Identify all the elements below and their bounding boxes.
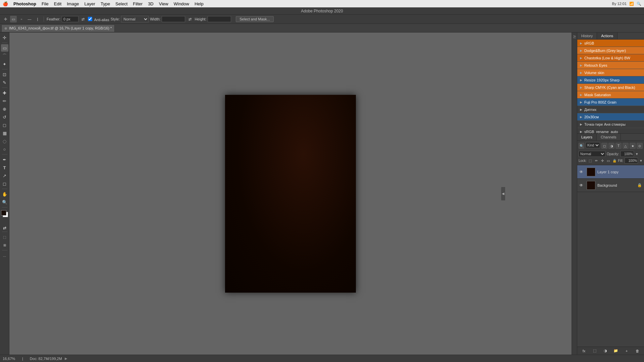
extras-icon[interactable]: …	[1, 252, 8, 259]
text-tool[interactable]: T	[1, 164, 8, 171]
healing-brush-tool[interactable]: ✚	[1, 89, 8, 97]
opacity-input[interactable]	[621, 151, 634, 157]
layer-fx-icon[interactable]: fx	[581, 348, 587, 354]
tab-close-icon[interactable]: ⊗	[4, 26, 7, 30]
feather-swap-icon[interactable]: ⇄	[80, 16, 87, 22]
lock-transparent-icon[interactable]: ⬚	[588, 158, 593, 163]
action-item-3[interactable]: ▶Retouch Eyes	[577, 62, 644, 69]
layer-row-0[interactable]: 👁Layer 1 copy	[577, 165, 644, 179]
fill-input[interactable]	[625, 158, 638, 164]
filter-adjustment-icon[interactable]: ◑	[608, 143, 614, 149]
layer-row-1[interactable]: 👁Background🔒	[577, 179, 644, 192]
menu-view[interactable]: View	[159, 1, 168, 6]
new-group-icon[interactable]: 📁	[612, 348, 619, 354]
zoom-tool[interactable]: 🔍	[1, 198, 8, 206]
action-item-9[interactable]: ▶Диптих	[577, 106, 644, 113]
filter-type-icon[interactable]: T	[615, 143, 622, 149]
action-item-12[interactable]: ▶sRGB_rename_auto	[577, 128, 644, 133]
menu-filter[interactable]: Filter	[133, 1, 143, 6]
history-tab[interactable]: History	[577, 33, 597, 39]
search-icon[interactable]: 🔍	[637, 2, 641, 6]
dodge-tool[interactable]: ○	[1, 145, 8, 153]
filter-pixel-icon[interactable]: ◻	[601, 143, 607, 149]
layer-visibility-0[interactable]: 👁	[579, 170, 585, 174]
lock-all-icon[interactable]: 🔒	[612, 158, 617, 163]
clone-stamp-tool[interactable]: ⊕	[1, 105, 8, 113]
foreground-color[interactable]	[1, 210, 6, 216]
feather-input[interactable]	[62, 16, 78, 22]
lock-position-icon[interactable]: ✢	[600, 158, 605, 163]
select-and-mask-button[interactable]: Select and Mask...	[236, 16, 274, 22]
action-item-6[interactable]: ▶Sharp CMYK (Cyan and Black)	[577, 84, 644, 91]
anti-alias-checkbox[interactable]	[88, 17, 92, 21]
menu-edit[interactable]: Edit	[54, 1, 61, 6]
action-item-7[interactable]: ▶Mask Saturation	[577, 91, 644, 99]
action-item-0[interactable]: ▶sRGB	[577, 40, 644, 47]
square-marquee-icon[interactable]: ▫	[18, 16, 25, 22]
crop-tool[interactable]: ⊡	[1, 71, 8, 78]
style-select[interactable]: Normal Fixed Ratio Fixed Size	[121, 16, 149, 22]
height-input[interactable]	[208, 16, 231, 22]
menu-help[interactable]: Help	[195, 1, 204, 6]
actions-tab[interactable]: Actions	[597, 33, 618, 39]
panel-collapse-button[interactable]: ◀	[501, 187, 505, 200]
eraser-tool[interactable]: ◻	[1, 121, 8, 129]
action-item-11[interactable]: ▶Точка-тире Аня стикеры	[577, 121, 644, 128]
blur-tool[interactable]: ◌	[1, 137, 8, 145]
delete-layer-icon[interactable]: 🗑	[634, 348, 641, 354]
new-fill-adj-icon[interactable]: ◑	[602, 348, 609, 354]
action-item-1[interactable]: ▶Dodge&Burn (Grey layer)	[577, 47, 644, 54]
document-tab[interactable]: ⊗ IMG_6343_плохой_фон.tif @ 16,7% (Layer…	[1, 24, 115, 32]
shape-tool[interactable]: ◻	[1, 180, 8, 187]
move-tool[interactable]: ✢	[1, 34, 8, 41]
menu-layer[interactable]: Layer	[84, 1, 95, 6]
search-layers-icon[interactable]: 🔍	[579, 143, 584, 149]
swap-wh-icon[interactable]: ⇄	[186, 16, 193, 22]
single-col-icon[interactable]: |	[34, 16, 41, 22]
filter-toggle-icon[interactable]: ⊙	[637, 143, 643, 149]
width-input[interactable]	[162, 16, 185, 22]
action-item-4[interactable]: ▶Volume skin	[577, 69, 644, 76]
fill-arrow[interactable]: ▼	[639, 159, 643, 163]
swap-colors-icon[interactable]: ⇄	[3, 226, 6, 230]
menu-window[interactable]: Window	[174, 1, 189, 6]
menu-type[interactable]: Type	[101, 1, 110, 6]
filter-kind-select[interactable]: Kind	[586, 142, 600, 148]
new-layer-icon[interactable]: +	[623, 348, 630, 354]
add-mask-icon[interactable]: ⬚	[591, 348, 598, 354]
layer-visibility-1[interactable]: 👁	[579, 183, 585, 188]
filter-shape-icon[interactable]: △	[623, 143, 629, 149]
blend-mode-select[interactable]: Normal Multiply Screen Overlay	[579, 151, 605, 157]
apple-logo[interactable]: 🍎	[3, 1, 8, 6]
channels-tab[interactable]: Channels	[597, 134, 621, 140]
pen-tool[interactable]: ✒	[1, 156, 8, 163]
menu-file[interactable]: File	[42, 1, 49, 6]
action-item-8[interactable]: ▶Fuji Pro 800Z Grain	[577, 99, 644, 106]
screen-mode-icon[interactable]: ⊞	[1, 241, 8, 249]
path-select-tool[interactable]: ↗	[1, 172, 8, 179]
lock-pixel-icon[interactable]: ✏	[594, 158, 599, 163]
quick-select-tool[interactable]: ✦	[1, 60, 8, 68]
hand-tool[interactable]: ✋	[1, 190, 8, 198]
eyedropper-tool[interactable]: ✎	[1, 79, 8, 86]
opacity-arrow[interactable]: ▼	[635, 152, 639, 156]
lock-artboard-icon[interactable]: ▭	[606, 158, 611, 163]
move-tool-icon[interactable]: ✢	[2, 16, 9, 22]
action-item-10[interactable]: ▶20x30см	[577, 113, 644, 121]
status-arrow[interactable]: ▶	[65, 357, 67, 360]
history-brush-tool[interactable]: ↺	[1, 113, 8, 121]
quick-mask-icon[interactable]: ⬚	[1, 233, 8, 241]
lasso-tool[interactable]: ⌒	[1, 52, 8, 60]
action-item-2[interactable]: ▶Chastotka (Low & High) BW	[577, 54, 644, 62]
single-row-icon[interactable]: —	[26, 16, 33, 22]
brush-tool[interactable]: ✏	[1, 97, 8, 105]
gradient-tool[interactable]: ▦	[1, 129, 8, 137]
marquee-tool[interactable]: ▭	[1, 44, 8, 52]
action-item-5[interactable]: ▶Resize 1920px Sharp	[577, 76, 644, 84]
menu-select[interactable]: Select	[115, 1, 127, 6]
layers-tab[interactable]: Layers	[577, 134, 597, 140]
menu-image[interactable]: Image	[67, 1, 79, 6]
menu-3d[interactable]: 3D	[148, 1, 154, 6]
filter-smart-icon[interactable]: ★	[630, 143, 636, 149]
rect-marquee-icon[interactable]: ▭	[10, 16, 17, 22]
